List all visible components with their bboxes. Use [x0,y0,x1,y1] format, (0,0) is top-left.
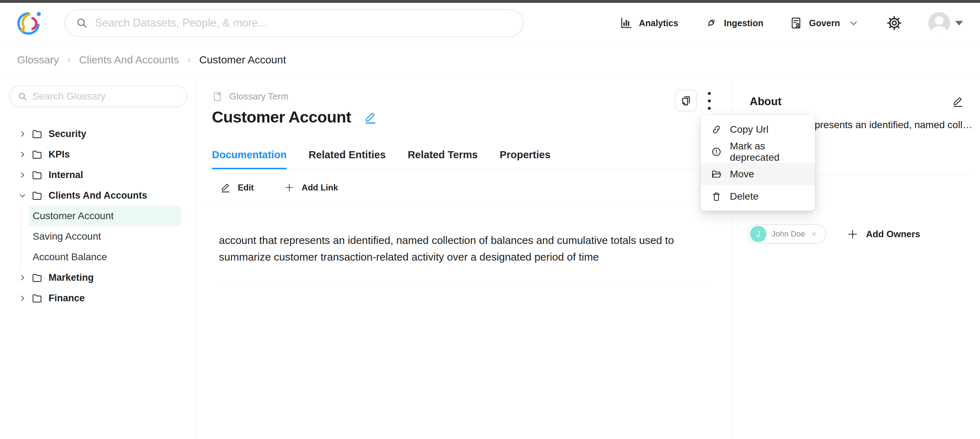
tree-leaf-account-balance[interactable]: Account Balance [29,247,181,267]
plus-icon [847,228,859,240]
caret-down-icon [955,21,963,25]
glossary-search-bar[interactable] [9,85,188,107]
entity-tabs: Documentation Related Entities Related T… [212,141,733,169]
nav-govern[interactable]: Govern [789,16,860,30]
global-search-bar[interactable] [64,9,523,37]
breadcrumb: Glossary › Clients And Accounts › Custom… [0,44,980,76]
edit-label: Edit [238,183,254,193]
entity-context-menu: Copy Url Mark as deprecated Move Delete [701,115,815,211]
page-title: Customer Account [212,108,351,127]
owner-avatar: J [750,226,766,242]
gear-icon[interactable] [886,15,902,31]
nav-govern-label: Govern [809,18,840,29]
chevron-down-icon[interactable] [18,192,27,200]
nav-analytics[interactable]: Analytics [619,16,678,30]
tab-properties[interactable]: Properties [500,141,550,169]
tree-node-label: Finance [49,293,85,304]
folder-icon [32,149,43,160]
menu-item-delete[interactable]: Delete [701,185,815,208]
datahub-logo[interactable] [17,9,45,37]
add-owners-label: Add Owners [866,229,920,240]
breadcrumb-customer-account: Customer Account [199,54,286,66]
certificate-person-icon [789,16,803,30]
menu-item-move[interactable]: Move [701,163,815,185]
chevron-right-icon[interactable] [18,171,27,179]
bar-chart-icon [619,16,633,30]
edit-title-icon[interactable] [364,111,377,124]
search-icon [76,17,88,29]
tree-node-internal[interactable]: Internal [0,165,197,185]
tree-leaf-label: Account Balance [33,251,107,263]
menu-item-label: Mark as deprecated [730,141,805,163]
tree-leaf-saving-account[interactable]: Saving Account [29,226,181,247]
menu-item-label: Move [730,168,754,180]
tree-leaf-label: Saving Account [33,231,101,242]
tab-documentation[interactable]: Documentation [212,141,286,169]
nav-ingestion[interactable]: Ingestion [704,16,763,30]
pen-icon [220,182,231,193]
chevron-right-icon[interactable] [18,294,27,302]
tab-related-entities[interactable]: Related Entities [309,141,386,169]
glossary-term-icon [212,91,223,102]
close-icon[interactable] [810,230,818,238]
header-nav: Analytics Ingestion Govern [619,12,963,34]
glossary-search-input[interactable] [32,90,179,102]
app-header: Analytics Ingestion Govern [0,3,980,44]
tree-leaf-customer-account[interactable]: Customer Account [29,206,181,226]
tree-node-security[interactable]: Security [0,124,197,144]
avatar-person-icon [928,12,950,34]
term-description: account that represents an identified, n… [219,232,719,265]
menu-item-mark-as-deprecated[interactable]: Mark as deprecated [701,141,815,163]
add-link-button[interactable]: Add Link [284,182,338,193]
tree-node-label: Internal [49,170,83,181]
add-owners-button[interactable]: Add Owners [847,228,920,240]
breadcrumb-glossary[interactable]: Glossary [17,54,59,66]
glossary-tree: Security KPIs Internal Clients And Accou… [0,124,197,308]
entity-profile: Glossary Term Customer Account Documenta… [197,77,733,439]
tree-node-label: KPIs [49,149,70,160]
chevron-right-icon[interactable] [18,274,27,282]
breadcrumb-clients-and-accounts[interactable]: Clients And Accounts [79,54,179,66]
add-link-label: Add Link [302,183,338,193]
menu-item-label: Copy Url [730,124,768,135]
chevron-right-icon[interactable] [18,151,27,158]
tree-node-label: Clients And Accounts [49,190,147,201]
tree-node-finance[interactable]: Finance [0,288,197,308]
title-row: Customer Account [212,108,377,127]
menu-item-copy-url[interactable]: Copy Url [701,118,815,141]
more-options-button[interactable] [702,87,717,114]
tab-related-terms[interactable]: Related Terms [408,141,478,169]
global-search-input[interactable] [95,17,512,29]
tree-leaf-label: Customer Account [33,210,114,222]
entity-type: Glossary Term [212,91,288,102]
edit-about-icon[interactable] [952,95,964,108]
breadcrumb-separator: › [188,54,191,65]
owner-chip-john-doe[interactable]: J John Doe [748,224,826,244]
plus-icon [284,182,294,193]
documentation-toolbar: Edit Add Link [197,169,733,206]
tree-node-kpis[interactable]: KPIs [0,144,197,165]
edit-documentation-button[interactable]: Edit [220,182,254,193]
folder-open-icon [711,169,722,179]
tree-node-label: Security [49,128,86,139]
copy-entity-button[interactable] [675,90,697,111]
menu-item-label: Delete [730,191,759,202]
section-divider [219,282,712,282]
trash-icon [711,191,722,202]
owners-section: J John Doe Add Owners [748,224,920,244]
warning-circle-icon [711,147,722,157]
search-icon [18,92,27,101]
owner-name: John Doe [772,230,805,239]
chevron-right-icon[interactable] [18,130,27,138]
about-heading: About [750,95,781,108]
tree-node-clients-and-accounts[interactable]: Clients And Accounts [0,185,197,206]
folder-icon [32,170,43,181]
tree-node-marketing[interactable]: Marketing [0,267,197,288]
breadcrumb-separator: › [67,54,70,65]
user-menu[interactable] [928,12,963,34]
folder-icon [32,128,43,139]
glossary-sidebar: Security KPIs Internal Clients And Accou… [0,77,197,439]
tree-children-clients-and-accounts: Customer Account Saving Account Account … [20,206,181,267]
link-icon [711,124,722,135]
plug-icon [704,16,718,30]
